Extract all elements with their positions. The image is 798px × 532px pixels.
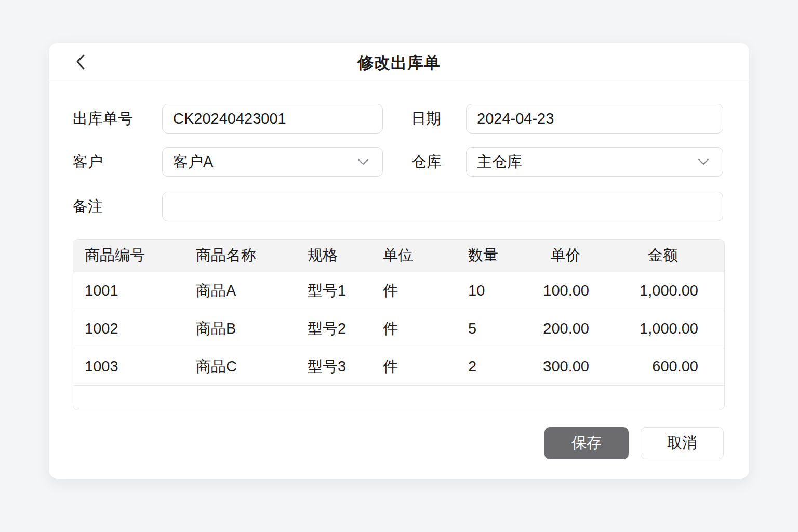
customer-select[interactable]: 客户A xyxy=(162,147,383,177)
column-header: 数量 xyxy=(458,240,530,272)
warehouse-select-value: 主仓库 xyxy=(477,148,522,176)
table-cell: 100.00 xyxy=(530,272,601,310)
page-title: 修改出库单 xyxy=(49,43,749,83)
edit-outbound-order-dialog: 修改出库单 出库单号 日期 客户 客户A 仓库 主仓库 备注 xyxy=(49,43,749,479)
customer-label: 客户 xyxy=(73,147,103,177)
table-row: 1001商品A型号1件10100.001,000.00 xyxy=(73,272,725,310)
table-cell: 型号1 xyxy=(299,272,375,310)
column-header: 单位 xyxy=(375,240,458,272)
column-header: 商品编号 xyxy=(73,240,188,272)
table-body: 1001商品A型号1件10100.001,000.001002商品B型号2件52… xyxy=(73,272,725,385)
table-cell: 商品A xyxy=(188,272,299,310)
remark-input[interactable] xyxy=(162,192,723,221)
table-row: 1002商品B型号2件5200.001,000.00 xyxy=(73,310,725,348)
table-cell: 1003 xyxy=(73,348,188,385)
date-label: 日期 xyxy=(411,104,441,134)
column-header: 规格 xyxy=(299,240,375,272)
table-cell: 1,000.00 xyxy=(601,272,725,310)
remark-label: 备注 xyxy=(73,192,103,221)
items-table: 商品编号商品名称规格单位数量单价金额 1001商品A型号1件10100.001,… xyxy=(73,239,725,410)
order-no-input[interactable] xyxy=(162,104,383,134)
table-cell: 件 xyxy=(375,310,458,348)
chevron-down-icon xyxy=(356,157,370,167)
table-cell: 件 xyxy=(375,348,458,385)
column-header: 金额 xyxy=(601,240,725,272)
table-cell: 型号3 xyxy=(299,348,375,385)
table-header-row: 商品编号商品名称规格单位数量单价金额 xyxy=(73,240,725,272)
table-cell: 1,000.00 xyxy=(601,310,725,348)
cancel-button[interactable]: 取消 xyxy=(641,427,724,459)
chevron-left-icon xyxy=(74,53,87,73)
order-no-label: 出库单号 xyxy=(73,104,133,134)
table-cell: 5 xyxy=(458,310,530,348)
table-cell: 型号2 xyxy=(299,310,375,348)
column-header: 单价 xyxy=(530,240,601,272)
table-row: 1003商品C型号3件2300.00600.00 xyxy=(73,348,725,385)
table-cell: 200.00 xyxy=(530,310,601,348)
date-input[interactable] xyxy=(466,104,723,134)
table-cell: 件 xyxy=(375,272,458,310)
dialog-header: 修改出库单 xyxy=(49,43,749,83)
column-header: 商品名称 xyxy=(188,240,299,272)
table-cell: 2 xyxy=(458,348,530,385)
chevron-down-icon xyxy=(697,157,710,167)
table-cell: 商品C xyxy=(188,348,299,385)
back-button[interactable] xyxy=(70,52,91,74)
warehouse-label: 仓库 xyxy=(411,147,442,177)
table-cell: 300.00 xyxy=(530,348,601,385)
save-button[interactable]: 保存 xyxy=(544,427,629,459)
table-cell: 1001 xyxy=(73,272,188,310)
table-cell: 1002 xyxy=(73,310,188,348)
table-cell: 10 xyxy=(458,272,530,310)
warehouse-select[interactable]: 主仓库 xyxy=(466,147,723,177)
customer-select-value: 客户A xyxy=(173,148,213,176)
table-cell: 600.00 xyxy=(601,348,725,385)
table-cell: 商品B xyxy=(188,310,299,348)
